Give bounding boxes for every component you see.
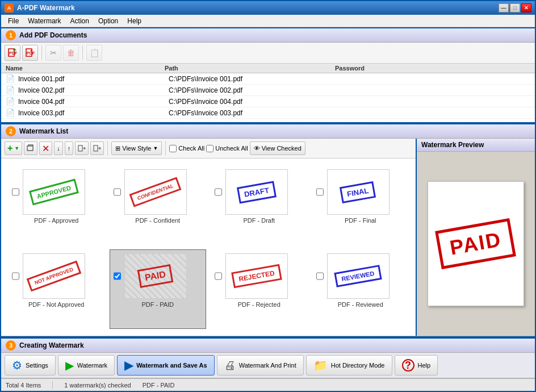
pdf-row[interactable]: 📄 Invoice 002.pdf C:\PDFs\Invoice 002.pd… (1, 85, 535, 96)
watermark-save-button[interactable]: ▶ Watermark and Save As (117, 355, 215, 376)
toolbar-separator-1 (41, 45, 42, 60)
wm-checkbox-reviewed[interactable] (316, 253, 324, 299)
wm-checkbox-rejected[interactable] (215, 253, 222, 299)
pdf-filepath: C:\PDFs\Invoice 001.pdf (169, 75, 339, 83)
menu-help[interactable]: Help (123, 16, 146, 26)
import-button[interactable] (75, 141, 89, 155)
section2-num: 2 (6, 126, 16, 136)
menu-file[interactable]: File (3, 16, 23, 26)
load-watermark-button[interactable] (24, 141, 37, 155)
list-header: Name Path Password (1, 64, 535, 73)
status-checked-count: 1 watermark(s) checked (64, 382, 131, 389)
title-bar: A A-PDF Watermark — □ ✕ (1, 1, 535, 15)
check-all-label[interactable]: Check All (169, 145, 204, 152)
stamp-not-approved: NOT APPROVED (27, 261, 81, 292)
preview-area: PAID (417, 152, 535, 336)
view-style-arrow: ▼ (153, 145, 158, 151)
uncheck-all-label[interactable]: Uncheck All (206, 145, 248, 152)
hot-directory-icon: 📁 (313, 358, 328, 372)
pdf-icon: 📄 (6, 109, 15, 117)
view-checked-label: View Checked (262, 145, 302, 152)
col-password: Password (335, 65, 403, 72)
cut-button[interactable]: ✂ (45, 45, 61, 61)
hot-directory-button[interactable]: 📁 Hot Directory Mode (306, 355, 392, 376)
wm-thumb-final: Final (327, 169, 390, 215)
svg-text:-: - (30, 48, 33, 55)
col-path: Path (165, 65, 335, 72)
wm-thumb-reviewed: Reviewed (327, 253, 390, 299)
wm-checkbox-paid[interactable] (114, 253, 121, 299)
wm-separator2 (165, 141, 166, 156)
pdf-filename: Invoice 001.pdf (18, 75, 169, 83)
wm-label-final: PDF - Final (345, 217, 376, 224)
watermark-left-panel: + ▼ ✕ ↓ ↑ ⊞ View Style (1, 139, 416, 336)
wm-label-reviewed: PDF - Reviewed (338, 301, 383, 308)
pdf-icon: 📄 (6, 74, 15, 83)
wm-checkbox-approved[interactable] (12, 169, 19, 215)
add-dropdown-arrow[interactable]: ▼ (14, 145, 19, 151)
section2-header: 2 Watermark List (1, 123, 535, 139)
view-checked-button[interactable]: 👁 View Checked (250, 141, 305, 155)
remove-pdf-button[interactable]: PDF- (22, 45, 38, 61)
watermark-section: + ▼ ✕ ↓ ↑ ⊞ View Style (1, 139, 535, 336)
maximize-button[interactable]: □ (510, 3, 520, 12)
menu-watermark[interactable]: Watermark (23, 16, 65, 26)
svg-rect-8 (94, 145, 98, 151)
watermark-button[interactable]: ▶ Watermark (58, 355, 115, 376)
watermark-item-rejected[interactable]: Rejected PDF - Rejected (211, 249, 308, 329)
wm-checkbox-confidential[interactable] (114, 169, 121, 215)
pdf-row[interactable]: 📄 Invoice 001.pdf C:\PDFs\Invoice 001.pd… (1, 73, 535, 85)
watermark-item-reviewed[interactable]: Reviewed PDF - Reviewed (312, 249, 409, 329)
watermark-print-button[interactable]: 🖨 Watermark And Print (217, 355, 304, 376)
wm-checkbox-draft[interactable] (215, 169, 222, 215)
menu-option[interactable]: Option (94, 16, 123, 26)
section1-title: Add PDF Documents (19, 31, 87, 39)
watermark-item-not-approved[interactable]: NOT APPROVED PDF - Not Approved (8, 249, 105, 329)
add-pdf-button[interactable]: PDF+ (5, 45, 20, 61)
wm-label-not-approved: PDF - Not Approved (28, 301, 84, 308)
export-button[interactable] (90, 141, 104, 155)
pdf-filename: Invoice 002.pdf (18, 86, 169, 94)
pdf-row[interactable]: 📄 Invoice 004.pdf C:\PDFs\Invoice 004.pd… (1, 96, 535, 107)
preview-paper: PAID (428, 181, 524, 306)
watermark-item-confidential[interactable]: Confidential PDF - Confident (110, 165, 207, 245)
stamp-confidential: Confidential (129, 177, 182, 207)
help-button[interactable]: ? Help (395, 355, 438, 376)
move-button[interactable]: 📋 (86, 45, 102, 61)
pdf-filepath: C:\PDFs\Invoice 004.pdf (169, 98, 339, 106)
svg-rect-6 (27, 146, 33, 151)
watermark-item-draft[interactable]: Draft PDF - Draft (211, 165, 308, 245)
pdf-row[interactable]: 📄 Invoice 003.pdf C:\PDFs\Invoice 003.pd… (1, 107, 535, 119)
wm-thumb-approved: Approved (23, 169, 85, 215)
minimize-button[interactable]: — (499, 3, 509, 12)
add-watermark-button[interactable]: + ▼ (5, 141, 22, 155)
pdf-filename: Invoice 003.pdf (18, 109, 169, 117)
wm-checkbox-final[interactable] (316, 169, 324, 215)
pdf-list-container: Name Path Password 📄 Invoice 001.pdf C:\… (1, 64, 535, 123)
wm-label-draft: PDF - Draft (243, 217, 275, 224)
check-all-checkbox[interactable] (169, 145, 177, 152)
move-up-button[interactable]: ↑ (65, 141, 74, 155)
status-divider (52, 381, 53, 389)
delete-watermark-button[interactable]: ✕ (39, 141, 52, 155)
close-button[interactable]: ✕ (521, 3, 531, 12)
wm-label-confidential: PDF - Confident (135, 217, 180, 224)
menu-action[interactable]: Action (66, 16, 94, 26)
delete-button[interactable]: 🗑 (63, 45, 79, 61)
view-style-icon: ⊞ (115, 145, 120, 152)
move-down-button[interactable]: ↓ (54, 141, 63, 155)
watermark-item-approved[interactable]: Approved PDF - Approved (8, 165, 105, 245)
watermark-item-final[interactable]: Final PDF - Final (312, 165, 409, 245)
uncheck-all-checkbox[interactable] (206, 145, 213, 152)
view-style-button[interactable]: ⊞ View Style ▼ (111, 141, 162, 155)
settings-button[interactable]: ⚙ Settings (5, 355, 56, 376)
watermark-print-icon: 🖨 (224, 359, 236, 372)
preview-header: Watermark Preview (417, 139, 535, 152)
watermark-icon: ▶ (65, 358, 74, 372)
window-title: A-PDF Watermark (17, 4, 499, 12)
watermark-item-paid[interactable]: PAID PDF - PAID (110, 249, 207, 329)
section3: 3 Creating Watermark ⚙ Settings ▶ Waterm… (1, 336, 535, 378)
wm-thumb-not-approved: NOT APPROVED (23, 253, 85, 299)
section3-title: Creating Watermark (19, 341, 84, 349)
wm-checkbox-not-approved[interactable] (12, 253, 19, 299)
